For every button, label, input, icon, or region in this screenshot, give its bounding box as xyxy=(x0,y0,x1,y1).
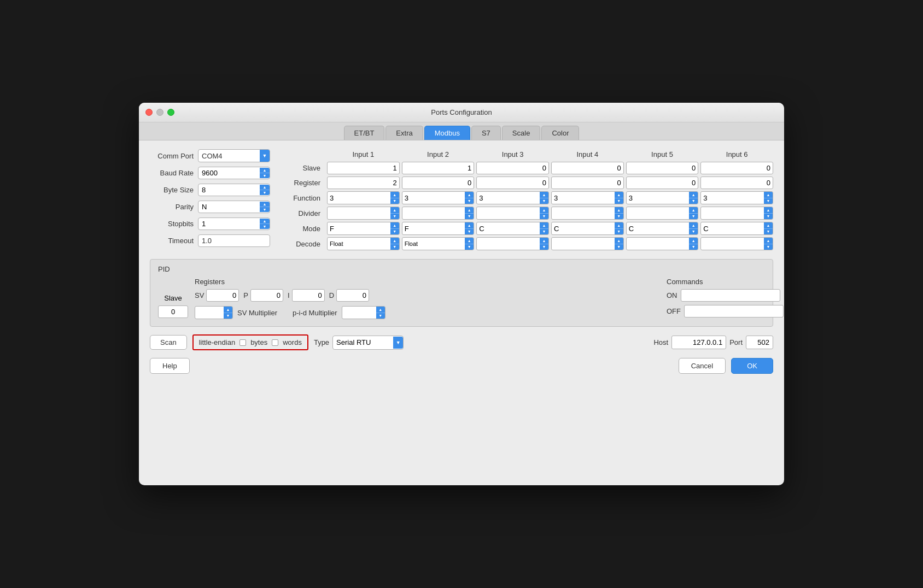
maximize-button[interactable] xyxy=(167,109,174,116)
byte-size-stepper[interactable]: 8 ▲ ▼ xyxy=(198,184,270,196)
pid-sv-input[interactable] xyxy=(206,289,239,302)
minimize-button[interactable] xyxy=(156,109,163,116)
baud-rate-down[interactable]: ▼ xyxy=(260,173,270,178)
pid-off-input[interactable] xyxy=(684,305,784,317)
parity-up[interactable]: ▲ xyxy=(260,202,270,207)
pid-on-row: ON xyxy=(667,289,765,302)
divider-stepper3[interactable]: ▲ ▼ xyxy=(476,207,549,220)
tab-extra[interactable]: Extra xyxy=(385,126,423,140)
decode-stepper5[interactable]: ▲ ▼ xyxy=(626,237,699,250)
function-down1[interactable]: ▼ xyxy=(390,198,399,204)
baud-rate-row: Baud Rate 9600 ▲ ▼ xyxy=(150,167,270,179)
byte-size-control: 8 ▲ ▼ xyxy=(198,184,270,196)
window-title: Ports Configuration xyxy=(431,108,492,116)
decode-stepper6[interactable]: ▲ ▼ xyxy=(700,237,773,250)
input4-header: Input 4 xyxy=(551,149,624,160)
byte-size-down[interactable]: ▼ xyxy=(260,190,270,195)
function-stepper2[interactable]: 3 ▲ ▼ xyxy=(402,191,475,204)
host-row: Host Port xyxy=(653,336,773,349)
decode-stepper2[interactable]: Float ▲ ▼ xyxy=(402,237,475,250)
tab-modbus[interactable]: Modbus xyxy=(424,126,470,140)
stopbits-down[interactable]: ▼ xyxy=(260,224,270,229)
mode-stepper4[interactable]: C ▲ ▼ xyxy=(551,222,624,235)
tab-scale[interactable]: Scale xyxy=(502,126,541,140)
pid-off-row: OFF xyxy=(667,305,765,317)
byte-size-up[interactable]: ▲ xyxy=(260,185,270,190)
ok-button[interactable]: OK xyxy=(731,358,773,374)
main-window: Ports Configuration ET/BT Extra Modbus S… xyxy=(139,103,784,485)
pid-on-input[interactable] xyxy=(681,289,780,302)
slave-input3[interactable] xyxy=(476,162,549,174)
parity-down[interactable]: ▼ xyxy=(260,207,270,212)
tab-color[interactable]: Color xyxy=(541,126,579,140)
function-stepper1[interactable]: 3 ▲ ▼ xyxy=(327,191,400,204)
function-stepper3[interactable]: 3 ▲ ▼ xyxy=(476,191,549,204)
function-up1[interactable]: ▲ xyxy=(390,192,399,198)
pid-p-input[interactable] xyxy=(250,289,283,302)
parity-stepper[interactable]: N ▲ ▼ xyxy=(198,201,270,213)
type-value: Serial RTU xyxy=(336,338,371,346)
mode-stepper5[interactable]: C ▲ ▼ xyxy=(626,222,699,235)
function-stepper5[interactable]: 3 ▲ ▼ xyxy=(626,191,699,204)
divider-stepper1[interactable]: ▲ ▼ xyxy=(327,207,400,220)
comm-port-arrow: ▼ xyxy=(260,150,270,162)
pid-slave-input[interactable] xyxy=(158,305,188,318)
function-stepper4[interactable]: 3 ▲ ▼ xyxy=(551,191,624,204)
host-input[interactable] xyxy=(671,336,726,349)
pid-commands-area: Commands ON OFF xyxy=(667,278,765,321)
mode-stepper1[interactable]: F ▲ ▼ xyxy=(327,222,400,235)
slave-input6[interactable] xyxy=(700,162,773,174)
pid-p-label: P xyxy=(243,291,248,299)
comm-port-select[interactable]: COM4 ▼ xyxy=(198,149,270,162)
function-stepper6[interactable]: 3 ▲ ▼ xyxy=(700,191,773,204)
register-input5[interactable] xyxy=(626,177,699,189)
help-button[interactable]: Help xyxy=(150,358,190,374)
stopbits-control: 1 ▲ ▼ xyxy=(198,217,270,230)
baud-rate-up[interactable]: ▲ xyxy=(260,168,270,173)
register-input3[interactable] xyxy=(476,177,549,189)
decode-stepper4[interactable]: ▲ ▼ xyxy=(551,237,624,250)
divider-stepper2[interactable]: ▲ ▼ xyxy=(402,207,475,220)
timeout-input[interactable] xyxy=(198,234,270,247)
tab-s7[interactable]: S7 xyxy=(471,126,501,140)
close-button[interactable] xyxy=(145,109,153,116)
scan-button[interactable]: Scan xyxy=(150,335,187,350)
register-input1[interactable] xyxy=(327,177,400,189)
divider-stepper5[interactable]: ▲ ▼ xyxy=(626,207,699,220)
slave-input5[interactable] xyxy=(626,162,699,174)
register-input2[interactable] xyxy=(402,177,475,189)
mode-stepper3[interactable]: C ▲ ▼ xyxy=(476,222,549,235)
register-input4[interactable] xyxy=(551,177,624,189)
pid-d-input[interactable] xyxy=(336,289,369,302)
register-input6[interactable] xyxy=(700,177,773,189)
slave-input1[interactable] xyxy=(327,162,400,174)
pid-main: Registers SV P I xyxy=(195,278,660,319)
slave-input2[interactable] xyxy=(402,162,475,174)
pid-i-input[interactable] xyxy=(292,289,325,302)
bytes-label: bytes xyxy=(250,338,267,346)
type-select[interactable]: Serial RTU ▼ xyxy=(332,336,404,350)
divider-row-label: Divider xyxy=(281,209,325,217)
divider-stepper6[interactable]: ▲ ▼ xyxy=(700,207,773,220)
tab-etbt[interactable]: ET/BT xyxy=(344,126,385,140)
bytes-checkbox[interactable] xyxy=(239,339,246,346)
pid-multiplier-stepper[interactable]: ▲ ▼ xyxy=(342,306,385,319)
stopbits-stepper[interactable]: 1 ▲ ▼ xyxy=(198,217,270,230)
baud-rate-stepper[interactable]: 9600 ▲ ▼ xyxy=(198,167,270,179)
decode-stepper1[interactable]: Float ▲ ▼ xyxy=(327,237,400,250)
mode-stepper2[interactable]: F ▲ ▼ xyxy=(402,222,475,235)
port-input[interactable] xyxy=(746,336,773,349)
function-row-label: Function xyxy=(281,194,325,202)
divider-stepper4[interactable]: ▲ ▼ xyxy=(551,207,624,220)
cancel-button[interactable]: Cancel xyxy=(679,358,726,374)
stopbits-up[interactable]: ▲ xyxy=(260,219,270,224)
mode-stepper6[interactable]: C ▲ ▼ xyxy=(700,222,773,235)
words-checkbox[interactable] xyxy=(272,339,278,346)
sv-multiplier-stepper[interactable]: ▲ ▼ xyxy=(195,306,233,319)
decode-stepper3[interactable]: ▲ ▼ xyxy=(476,237,549,250)
pid-p-field: P xyxy=(243,289,283,302)
little-endian-label: little-endian xyxy=(199,338,236,346)
slave-input4[interactable] xyxy=(551,162,624,174)
stopbits-row: Stopbits 1 ▲ ▼ xyxy=(150,217,270,230)
host-label: Host xyxy=(653,338,668,346)
